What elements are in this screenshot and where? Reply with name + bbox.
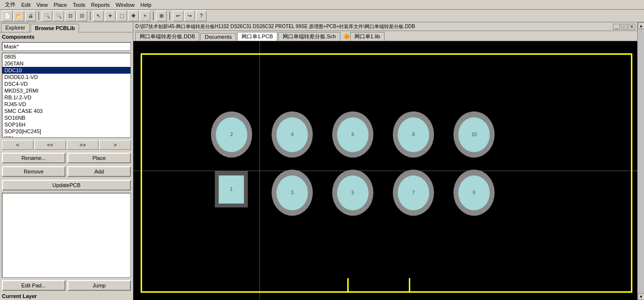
pad-2-outer[interactable]: 2 (211, 111, 252, 158)
right-scrollbar: ▲ ▼ (637, 22, 644, 300)
edit-jump-buttons: Edit Pad... Jump (0, 279, 133, 292)
component-list-item[interactable]: SOP16H (2, 121, 130, 128)
toolbar-move[interactable]: ✥ (128, 11, 139, 21)
toolbar: 📄 📂 🖨 🔍 🔍 ⊡ ⊡ ↖ ✛ ⬚ ✥ + ⊞ ↩ ↪ ? (0, 10, 644, 22)
pad-6-outer[interactable]: 6 (332, 111, 373, 158)
pad-8-inner: 8 (398, 117, 429, 152)
scroll-up[interactable]: ▲ (638, 22, 644, 29)
main-layout: Explorer Browse PCBLib Components 080520… (0, 22, 644, 300)
toolbar-sep2 (90, 12, 91, 20)
tab-browse-pcblib[interactable]: Browse PCBLib (31, 24, 80, 32)
toolbar-print[interactable]: 🖨 (25, 11, 36, 21)
toolbar-undo[interactable]: ↩ (173, 11, 183, 21)
toolbar-plus[interactable]: + (140, 11, 150, 21)
pad-10-label: 10 (471, 132, 477, 137)
pad-7-label: 7 (412, 190, 415, 195)
pad-5-label: 5 (352, 190, 354, 195)
component-list-item[interactable]: DIODE0.1-VD (2, 74, 130, 80)
remove-button[interactable]: Remove (2, 166, 65, 177)
pad-9-outer[interactable]: 9 (453, 170, 495, 216)
search-input[interactable] (2, 42, 131, 51)
tab-explorer[interactable]: Explorer (1, 23, 30, 32)
menu-view[interactable]: View (33, 1, 51, 8)
place-button[interactable]: Place (67, 153, 131, 163)
menu-place[interactable]: Place (51, 1, 70, 8)
toolbar-select-rect[interactable]: ⬚ (116, 11, 127, 21)
scroll-down[interactable]: ▼ (638, 293, 644, 300)
pad-3-inner: 3 (276, 175, 308, 210)
menu-window[interactable]: Window (113, 1, 137, 8)
search-box (2, 42, 131, 51)
pad-10-inner: 10 (458, 117, 490, 152)
pad-8-outer[interactable]: 8 (393, 111, 434, 158)
pcb-close-button[interactable]: ✕ (628, 24, 635, 30)
pad-2-inner: 2 (216, 117, 247, 152)
pcb-title-text: D:\[07技术创新\45-网口单端转差分板H1102 DS26C31 DS26… (135, 23, 415, 30)
component-list-item[interactable]: MKDS3_2RMI (2, 87, 130, 94)
pad-4-label: 4 (291, 132, 294, 137)
toolbar-arrow[interactable]: ↖ (93, 11, 104, 21)
nav-prev[interactable]: << (34, 140, 66, 150)
toolbar-zoom-in[interactable]: 🔍 (42, 11, 52, 21)
nav-first[interactable]: < (2, 140, 33, 150)
pad-5-outer[interactable]: 5 (332, 170, 373, 216)
toolbar-zoom-out[interactable]: 🔍 (53, 11, 64, 21)
component-list-item[interactable]: SMC CASE 403 (2, 108, 130, 114)
update-pcb-button[interactable]: UpdatePCB (2, 180, 131, 190)
toolbar-sep4 (169, 12, 170, 20)
pad-4-outer[interactable]: 4 (272, 111, 313, 158)
current-layer: Current Layer (0, 292, 133, 300)
pad-6-inner: 6 (337, 117, 369, 152)
edit-pad-button[interactable]: Edit Pad... (2, 280, 65, 291)
component-list-item[interactable]: SO16NB (2, 114, 130, 121)
pcb-tab-ddb[interactable]: 网口单端转差分板.DDB (135, 32, 199, 41)
toolbar-zoom-sel[interactable]: ⊡ (77, 11, 87, 21)
pcb-border-notch (347, 278, 410, 293)
scroll-track[interactable] (638, 29, 644, 293)
toolbar-redo[interactable]: ↪ (184, 11, 195, 21)
pad-1-outer[interactable]: 1 (215, 171, 248, 207)
nav-last[interactable]: > (99, 140, 131, 150)
menu-edit[interactable]: Edit (18, 1, 33, 8)
pcb-tab-sch[interactable]: 网口单端转差分板.Sch (278, 32, 340, 41)
pcb-tab-lib[interactable]: 网口单1.lib (350, 32, 385, 41)
component-list-item[interactable]: DDC10 (2, 67, 130, 74)
menu-tools[interactable]: Tools (70, 1, 88, 8)
component-list-item[interactable]: 206TAN (2, 60, 130, 67)
toolbar-sep1 (38, 12, 39, 20)
pcb-maximize-button[interactable]: □ (621, 24, 628, 30)
pcb-canvas[interactable]: 1 2 3 4 (133, 41, 637, 300)
toolbar-cursor[interactable]: ✛ (105, 11, 115, 21)
jump-button[interactable]: Jump (67, 280, 131, 291)
pad-1-inner: 1 (219, 175, 244, 204)
component-list-item[interactable]: RB.1/.2-VD (2, 94, 130, 101)
pad-3-outer[interactable]: 3 (272, 170, 313, 216)
component-list-item[interactable]: DSC4-VD (2, 80, 130, 87)
pcb-titlebar: D:\[07技术创新\45-网口单端转差分板H1102 DS26C31 DS26… (133, 22, 637, 31)
component-list-item[interactable]: 0805 (2, 53, 130, 60)
component-list-item[interactable]: SOP20[HC245] (2, 128, 130, 135)
toolbar-new[interactable]: 📄 (2, 11, 13, 21)
toolbar-open[interactable]: 📂 (14, 11, 24, 21)
menu-file[interactable]: 文件 (2, 0, 18, 9)
preview-area (2, 193, 131, 278)
toolbar-grid[interactable]: ⊞ (156, 11, 167, 21)
add-button[interactable]: Add (67, 166, 131, 177)
toolbar-help[interactable]: ? (196, 11, 207, 21)
pcb-minimize-button[interactable]: _ (613, 24, 620, 30)
pcb-tab-pcb[interactable]: 网口单1.PCB (237, 32, 277, 41)
menu-help[interactable]: Help (138, 1, 155, 8)
rename-button[interactable]: Rename... (2, 153, 65, 163)
pad-10-outer[interactable]: 10 (453, 111, 495, 158)
nav-next[interactable]: >> (67, 140, 98, 150)
toolbar-zoom-fit[interactable]: ⊡ (65, 11, 76, 21)
left-panel: Explorer Browse PCBLib Components 080520… (0, 22, 133, 300)
pcb-tab-documents[interactable]: Documents (200, 33, 236, 40)
pad-7-outer[interactable]: 7 (393, 170, 434, 216)
pad-6-label: 6 (352, 132, 354, 137)
component-list-item[interactable]: RJ45-VD (2, 101, 130, 108)
component-list-item[interactable]: WY (2, 135, 130, 138)
pad-2-label: 2 (230, 132, 233, 137)
menu-reports[interactable]: Reports (88, 1, 113, 8)
pad-8-label: 8 (412, 132, 415, 137)
